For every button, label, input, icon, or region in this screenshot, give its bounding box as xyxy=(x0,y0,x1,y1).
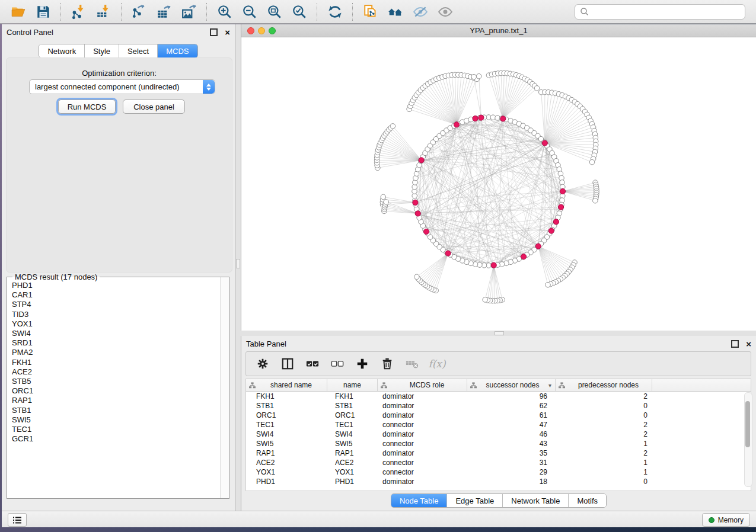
cell-shared-name: ORC1 xyxy=(246,411,327,419)
optimization-criterion-select[interactable]: largest connected component (undirected) xyxy=(29,79,215,94)
table-row[interactable]: ORC1ORC1dominator610 xyxy=(246,411,751,420)
optimization-criterion-value: largest connected component (undirected) xyxy=(30,82,203,91)
mcds-node-item[interactable]: ORC1 xyxy=(7,386,219,396)
select-all-rows-icon[interactable] xyxy=(304,355,321,372)
column-header-shared-name[interactable]: shared name xyxy=(246,379,327,391)
horizontal-splitter[interactable] xyxy=(241,331,756,336)
table-row[interactable]: STB1STB1dominator620 xyxy=(246,401,751,411)
add-column-icon[interactable] xyxy=(354,355,371,372)
mcds-node-item[interactable]: PMA2 xyxy=(7,348,219,357)
mcds-list-scrollbar[interactable] xyxy=(220,277,229,498)
tab-network-table[interactable]: Network Table xyxy=(503,494,569,507)
mcds-node-item[interactable]: STP4 xyxy=(7,300,219,309)
tab-edge-table[interactable]: Edge Table xyxy=(447,494,503,507)
mcds-node-item[interactable]: FKH1 xyxy=(7,358,219,367)
mcds-result-title: MCDS result (17 nodes) xyxy=(12,273,100,281)
control-panel: Control Panel × NetworkStyleSelectMCDS O… xyxy=(2,24,235,511)
tab-node-table[interactable]: Node Table xyxy=(391,494,448,507)
memory-button[interactable]: Memory xyxy=(702,513,750,527)
column-header-name[interactable]: name xyxy=(327,379,378,391)
tab-motifs[interactable]: Motifs xyxy=(569,494,606,507)
mcds-node-item[interactable]: PHD1 xyxy=(7,281,219,290)
save-session-icon[interactable] xyxy=(34,3,52,21)
export-network-icon[interactable] xyxy=(130,3,148,21)
export-image-icon[interactable] xyxy=(180,3,198,21)
mcds-node-item[interactable]: CAR1 xyxy=(7,290,219,300)
zoom-selected-icon[interactable] xyxy=(291,3,308,21)
mcds-node-item[interactable]: TID3 xyxy=(7,310,219,319)
vertical-splitter-handle[interactable] xyxy=(236,259,240,268)
cell-successor-nodes: 18 xyxy=(467,477,556,486)
column-header-mcds-role[interactable]: MCDS role xyxy=(378,379,467,391)
close-window-icon[interactable]: × xyxy=(225,30,230,35)
close-panel-button[interactable]: Close panel xyxy=(123,100,185,114)
network-window-titlebar[interactable]: YPA_prune.txt_1 xyxy=(241,24,756,37)
table-row[interactable]: ACE2ACE2connector311 xyxy=(246,458,751,467)
mcds-node-item[interactable]: YOX1 xyxy=(7,319,219,329)
import-network-icon[interactable] xyxy=(70,3,88,21)
tab-select[interactable]: Select xyxy=(119,44,158,57)
column-header-successor-nodes[interactable]: successor nodes▾ xyxy=(467,379,556,391)
tab-style[interactable]: Style xyxy=(85,44,119,57)
tab-mcds[interactable]: MCDS xyxy=(158,44,197,57)
refresh-icon[interactable] xyxy=(326,3,344,21)
mcds-node-item[interactable]: SWI4 xyxy=(7,329,219,338)
close-window-icon[interactable]: × xyxy=(746,341,751,347)
deselect-all-rows-icon[interactable] xyxy=(329,355,346,372)
horizontal-splitter-handle[interactable] xyxy=(495,331,504,335)
vertical-splitter[interactable] xyxy=(235,24,241,511)
network-canvas[interactable] xyxy=(241,37,756,331)
cell-successor-nodes: 62 xyxy=(467,402,556,410)
select-stepper-icon xyxy=(203,80,215,94)
network-view-window: YPA_prune.txt_1 xyxy=(241,24,756,331)
mcds-node-item[interactable]: TEC1 xyxy=(7,425,219,434)
mcds-node-item[interactable]: STB1 xyxy=(7,406,219,415)
export-table-icon[interactable] xyxy=(155,3,173,21)
search-box[interactable] xyxy=(575,4,745,20)
tab-network[interactable]: Network xyxy=(39,44,85,57)
float-window-icon[interactable] xyxy=(731,340,739,348)
table-row[interactable]: PHD1PHD1dominator180 xyxy=(246,477,751,486)
task-history-button[interactable] xyxy=(8,513,27,527)
first-neighbors-icon[interactable] xyxy=(387,3,404,21)
mcds-node-item[interactable]: SWI5 xyxy=(7,415,219,425)
table-scrollbar-thumb[interactable] xyxy=(745,401,750,447)
search-input[interactable] xyxy=(589,5,745,18)
table-scrollbar[interactable] xyxy=(744,392,752,487)
table-row[interactable]: RAP1RAP1dominator352 xyxy=(246,448,751,458)
cell-shared-name: ACE2 xyxy=(246,459,327,467)
cell-successor-nodes: 31 xyxy=(467,459,556,467)
table-row[interactable]: SWI5SWI5connector431 xyxy=(246,439,751,448)
table-row[interactable]: TEC1TEC1connector472 xyxy=(246,420,751,430)
zoom-fit-icon[interactable] xyxy=(266,3,283,21)
zoom-out-icon[interactable] xyxy=(241,3,259,21)
table-row[interactable]: SWI4SWI4dominator462 xyxy=(246,430,751,439)
memory-label: Memory xyxy=(718,516,744,524)
cell-mcds-role: dominator xyxy=(378,392,467,400)
table-settings-gear-icon[interactable] xyxy=(254,355,271,372)
mcds-node-item[interactable]: SRD1 xyxy=(7,338,219,348)
show-columns-icon[interactable] xyxy=(279,355,296,372)
column-header-predecessor-nodes[interactable]: predecessor nodes xyxy=(556,379,652,391)
mcds-node-item[interactable]: RAP1 xyxy=(7,396,219,405)
mcds-node-item[interactable]: GCR1 xyxy=(7,434,219,444)
import-table-icon[interactable] xyxy=(95,3,113,21)
mcds-node-item[interactable]: ACE2 xyxy=(7,367,219,377)
table-row[interactable]: YOX1YOX1connector291 xyxy=(246,467,751,477)
cell-predecessor-nodes: 1 xyxy=(556,459,652,467)
open-file-icon[interactable] xyxy=(9,3,27,21)
cell-name: PHD1 xyxy=(327,477,378,486)
float-window-icon[interactable] xyxy=(210,28,218,36)
cell-shared-name: SWI4 xyxy=(246,430,327,438)
zoom-in-icon[interactable] xyxy=(216,3,234,21)
memory-status-icon xyxy=(709,517,714,523)
table-row[interactable]: FKH1FKH1dominator962 xyxy=(246,392,751,401)
cell-successor-nodes: 61 xyxy=(467,411,556,419)
run-mcds-button[interactable]: Run MCDS xyxy=(58,100,116,114)
delete-column-icon[interactable] xyxy=(379,355,395,372)
node-table: shared namenameMCDS rolesuccessor nodes▾… xyxy=(245,379,751,491)
mcds-node-item[interactable]: STB5 xyxy=(7,377,219,386)
cell-predecessor-nodes: 0 xyxy=(556,477,652,486)
clone-network-icon[interactable] xyxy=(362,3,379,21)
network-graph[interactable] xyxy=(241,37,756,331)
